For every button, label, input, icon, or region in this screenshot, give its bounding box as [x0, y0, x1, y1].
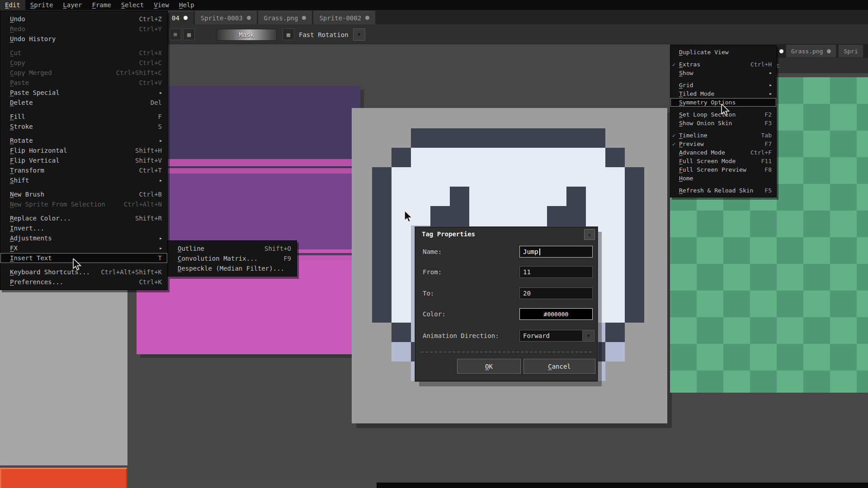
menubar-item-select[interactable]: Select	[116, 0, 149, 10]
menu-item-label: Paste	[10, 79, 29, 86]
from-input[interactable]: 11	[519, 266, 593, 278]
menu-item-undo[interactable]: UndoCtrl+Z	[0, 14, 167, 24]
direction-dropdown[interactable]: Forward ▼	[519, 330, 594, 342]
second-view-tab-grass[interactable]: Grass.png	[786, 45, 836, 57]
sprite-pixel	[450, 128, 469, 148]
menu-item-paste-special[interactable]: Paste Special▶	[0, 88, 167, 98]
menu-item-adjustments[interactable]: Adjustments▶	[0, 233, 167, 243]
menu-shortcut: F2	[756, 111, 772, 118]
menu-item-fx[interactable]: FX▶	[0, 243, 167, 253]
menu-item-new-sprite-from-selection[interactable]: New Sprite From SelectionCtrl+Alt+N	[0, 199, 167, 209]
menu-item-tiled-mode[interactable]: Tiled Mode▶	[670, 89, 776, 98]
menu-item-new-brush[interactable]: New BrushCtrl+B	[0, 189, 167, 199]
menu-item-undo-history[interactable]: Undo History	[0, 34, 167, 44]
menu-item-redo[interactable]: RedoCtrl+Y	[0, 24, 167, 34]
menu-item-cut[interactable]: CutCtrl+X	[0, 48, 167, 58]
sprite-tab-sprite-0002[interactable]: Sprite-0002	[313, 11, 375, 24]
menu-item-timeline[interactable]: ✓TimelineTab	[670, 131, 776, 140]
color-button[interactable]: #000000	[519, 308, 593, 320]
menu-item-paste[interactable]: PasteCtrl+V	[0, 78, 167, 88]
menu-item-copy[interactable]: CopyCtrl+C	[0, 58, 167, 68]
ok-button[interactable]: OK	[457, 359, 521, 374]
sprite-pixel	[469, 187, 489, 206]
submenu-arrow-icon: ▶	[160, 91, 162, 95]
menu-item-shift[interactable]: Shift▶	[0, 175, 167, 185]
menu-item-grid[interactable]: Grid▶	[670, 81, 776, 89]
sprite-pixel	[372, 361, 392, 381]
menu-item-home[interactable]: Home	[670, 174, 776, 183]
sprite-pixel	[605, 245, 625, 264]
menu-item-transform[interactable]: TransformCtrl+T	[0, 165, 167, 175]
sprite-pixel	[469, 167, 489, 187]
menu-item-preview[interactable]: ✓PreviewF7	[670, 140, 776, 148]
sprite-pixel	[392, 245, 411, 264]
sprite-pixel	[489, 187, 508, 206]
menu-item-fill[interactable]: FillF	[0, 112, 167, 122]
sprite-pixel	[625, 167, 644, 187]
sprite-pixel	[372, 187, 392, 206]
sprite-pixel	[411, 167, 430, 187]
menu-item-show-onion-skin[interactable]: Show Onion SkinF3	[670, 119, 776, 127]
view-menu: Duplicate View✓ExtrasCtrl+HShow▶Grid▶Til…	[670, 45, 777, 197]
menu-item-show[interactable]: Show▶	[670, 69, 776, 77]
sprite-tab-04[interactable]: 04	[166, 11, 193, 24]
grid-icon-button[interactable]: ⊞	[170, 28, 181, 40]
menu-item-label: New Sprite From Selection	[10, 201, 105, 208]
menu-item-full-screen-mode[interactable]: Full Screen ModeF11	[670, 157, 776, 165]
sprite-pixel	[469, 206, 489, 225]
sprite-pixel	[508, 206, 528, 225]
menu-item-stroke[interactable]: StrokeS	[0, 122, 167, 131]
sprite-pixel	[605, 342, 625, 361]
menu-separator	[0, 108, 167, 112]
menu-item-advanced-mode[interactable]: Advanced ModeCtrl+F	[670, 148, 776, 157]
menu-item-rotate[interactable]: Rotate▶	[0, 136, 167, 145]
menu-item-despeckle-median-filter[interactable]: Despeckle (Median Filter)...	[168, 263, 297, 273]
menu-item-delete[interactable]: DeleteDel	[0, 98, 167, 108]
menubar-item-sprite[interactable]: Sprite	[25, 0, 58, 10]
second-view-tab-sprite[interactable]: Spri	[839, 45, 863, 57]
menu-item-invert[interactable]: Invert...	[0, 223, 167, 233]
sprite-pixel	[372, 342, 392, 361]
menu-item-preferences[interactable]: Preferences...Ctrl+K	[0, 277, 167, 287]
selection-icon-button[interactable]: ▩	[283, 28, 294, 40]
menu-item-duplicate-view[interactable]: Duplicate View	[670, 48, 776, 56]
menubar-item-edit[interactable]: Edit	[0, 0, 25, 10]
dropdown-button[interactable]: ▼	[582, 330, 594, 341]
rotation-dropdown[interactable]: Fast Rotation ▼	[299, 28, 365, 41]
menu-item-flip-horizontal[interactable]: Flip HorizontalShift+H	[0, 145, 167, 155]
sprite-pixel	[392, 264, 411, 284]
tiles-icon-button[interactable]: ▦	[183, 28, 195, 40]
menu-item-copy-merged[interactable]: Copy MergedCtrl+Shift+C	[0, 68, 167, 78]
foreground-color-swatch[interactable]	[0, 468, 127, 488]
menubar-item-frame[interactable]: Frame	[87, 0, 116, 10]
menu-item-extras[interactable]: ✓ExtrasCtrl+H	[670, 60, 776, 69]
menu-item-convolution-matrix[interactable]: Convolution Matrix...F9	[168, 253, 297, 263]
menu-item-refresh-reload-skin[interactable]: Refresh & Reload SkinF5	[670, 186, 776, 195]
menu-shortcut: Ctrl+Shift+C	[108, 69, 162, 76]
menu-separator	[0, 185, 167, 189]
menu-item-insert-text[interactable]: Insert TextT	[0, 253, 167, 263]
name-input[interactable]: Jump	[519, 246, 593, 258]
sprite-pixel	[372, 381, 392, 400]
sprite-pixel	[411, 128, 430, 148]
menu-item-full-screen-preview[interactable]: Full Screen PreviewF8	[670, 165, 776, 174]
menubar-item-help[interactable]: Help	[174, 0, 199, 10]
menu-item-flip-vertical[interactable]: Flip VerticalShift+V	[0, 155, 167, 165]
tab-label: 04	[172, 14, 179, 22]
menu-item-replace-color[interactable]: Replace Color...Shift+R	[0, 213, 167, 223]
menu-item-keyboard-shortcuts[interactable]: Keyboard Shortcuts...Ctrl+Alt+Shift+K	[0, 267, 167, 277]
menu-item-outline[interactable]: OutlineShift+O	[168, 244, 297, 253]
sprite-pixel	[469, 128, 489, 148]
to-input[interactable]: 20	[519, 287, 593, 299]
dropdown-button[interactable]: ▼	[353, 28, 365, 41]
cancel-button[interactable]: Cancel	[524, 359, 595, 374]
sprite-pixel	[430, 187, 450, 206]
menubar-item-layer[interactable]: Layer	[58, 0, 87, 10]
mask-gradient-button[interactable]: Mask	[216, 29, 277, 41]
dialog-close-button[interactable]: ✕	[584, 229, 595, 240]
purple-sprite-canvas[interactable]	[137, 86, 360, 354]
sprite-tab-grass-png[interactable]: Grass.png	[258, 11, 312, 24]
sprite-tab-sprite-0003[interactable]: Sprite-0003	[195, 11, 257, 24]
submenu-arrow-icon: ▶	[769, 71, 772, 75]
menubar-item-view[interactable]: View	[149, 0, 174, 10]
